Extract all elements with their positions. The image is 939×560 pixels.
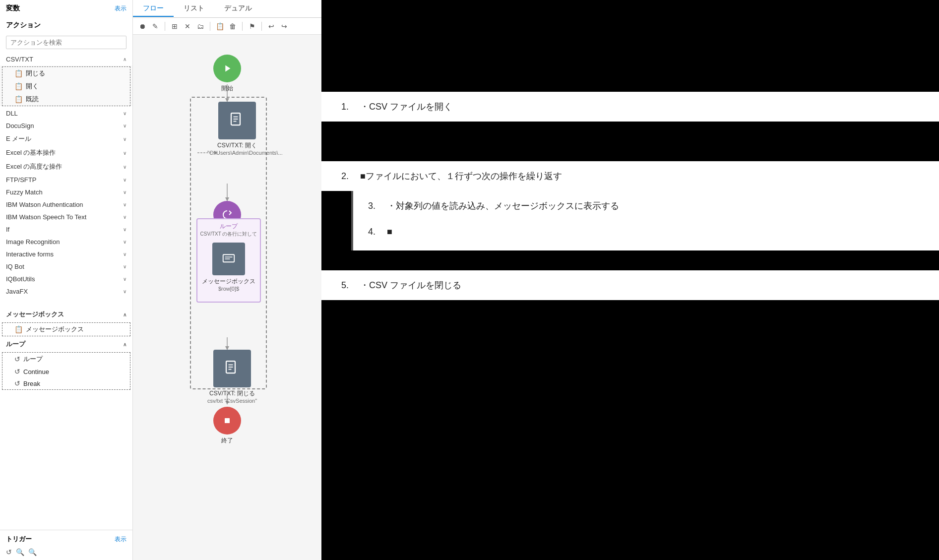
- instruction-4-row: 4. ■: [321, 221, 939, 250]
- instruction-3-row: 3. ・対象列の値を読み込み、メッセージボックスに表示する: [321, 191, 939, 221]
- action-break[interactable]: ↺ Break: [2, 377, 130, 389]
- msg-box-node: [212, 243, 245, 275]
- bottom-black: [321, 300, 939, 560]
- actions-header: アクション: [0, 17, 132, 34]
- category-excel-basic[interactable]: Excel の基本操作 ∨: [0, 146, 132, 160]
- chevron-down-icon: ∨: [123, 276, 126, 282]
- action-continue[interactable]: ↺ Continue: [2, 366, 130, 377]
- action-csv-open[interactable]: 📋 開く: [2, 80, 130, 93]
- trigger-show-link[interactable]: 表示: [115, 535, 126, 544]
- action-loop[interactable]: ↺ ループ: [2, 353, 130, 366]
- zoom-out-icon[interactable]: 🔍: [28, 548, 37, 556]
- msg-box-in-loop[interactable]: メッセージボックス $row[0]$: [197, 243, 260, 292]
- instruction-5-number: 5.: [341, 280, 358, 290]
- chevron-down-icon: ∨: [123, 177, 126, 183]
- instruction-3-number: 3.: [368, 201, 384, 211]
- tab-dual[interactable]: デュアル: [214, 1, 262, 17]
- flow-container: 開始 CSV/: [133, 45, 321, 466]
- toolbar-cut-icon[interactable]: ✕: [182, 21, 193, 32]
- toolbar-redo-icon[interactable]: ↪: [279, 21, 290, 32]
- flow-canvas: 開始 CSV/: [133, 35, 321, 560]
- loop-header[interactable]: ループ ∧: [0, 337, 132, 351]
- black-gap-2: [321, 250, 939, 270]
- chevron-up-icon: ∧: [123, 57, 126, 62]
- variables-header: 変数 表示: [0, 0, 132, 17]
- black-gap-1: [321, 122, 939, 161]
- csv-open-path: "C:\Users\Admin\Documents\...: [207, 150, 267, 156]
- csv-close-path: csv/txt "CsvSession": [207, 398, 257, 404]
- chevron-down-icon: ∨: [123, 136, 126, 142]
- file-icon: 📋: [14, 95, 23, 103]
- start-node[interactable]: 開始: [213, 55, 241, 93]
- toolbar-record-icon[interactable]: ⏺: [137, 21, 148, 32]
- break-icon: ↺: [14, 379, 20, 387]
- instruction-4: 4. ■: [353, 221, 939, 250]
- chevron-up-icon: ∧: [123, 342, 126, 347]
- instruction-4-number: 4.: [368, 227, 384, 237]
- toolbar-paste-icon[interactable]: 📋: [214, 21, 225, 32]
- category-fuzzy[interactable]: Fuzzy Match ∨: [0, 186, 132, 198]
- category-ibm-watson-speech[interactable]: IBM Watson Speech To Text ∨: [0, 211, 132, 223]
- category-iq-bot[interactable]: IQ Bot ∨: [0, 260, 132, 273]
- footer-icons: ↺ 🔍 🔍: [0, 546, 132, 558]
- chevron-down-icon: ∨: [123, 239, 126, 245]
- loop-section: ループ ∧ ↺ ループ ↺ Continue ↺: [0, 337, 132, 390]
- action-csv-read[interactable]: 📋 既読: [2, 93, 130, 106]
- instruction-1-text: ・CSV ファイルを開く: [360, 102, 452, 112]
- toolbar-separator: [165, 22, 165, 31]
- category-ftp[interactable]: FTP/SFTP ∨: [0, 174, 132, 186]
- loop-items: ↺ ループ ↺ Continue ↺ Break: [2, 352, 130, 390]
- variables-show-link[interactable]: 表示: [115, 4, 126, 13]
- chevron-down-icon: ∨: [123, 123, 126, 128]
- svg-marker-16: [225, 65, 230, 72]
- chevron-down-icon: ∨: [123, 264, 126, 269]
- csv-open-label: CSV/TXT: 開く: [217, 141, 257, 150]
- category-image-recognition[interactable]: Image Recognition ∨: [0, 236, 132, 248]
- csv-close-node[interactable]: CSV/TXT: 閉じる csv/txt "CsvSession": [207, 350, 257, 404]
- msg-box-label: メッセージボックス: [202, 277, 255, 286]
- toolbar-copy-icon[interactable]: ⊞: [169, 21, 180, 32]
- toolbar-edit-icon[interactable]: ✎: [150, 21, 161, 32]
- category-iqbot-utils[interactable]: IQBotUtils ∨: [0, 273, 132, 285]
- loop-label: ループ: [197, 222, 260, 231]
- zoom-in-icon[interactable]: 🔍: [16, 548, 24, 556]
- instruction-1: 1. ・CSV ファイルを開く: [321, 92, 939, 122]
- file-icon: 📋: [14, 69, 23, 77]
- loop-sublabel: CSV/TXT の各行に対して: [197, 231, 260, 238]
- category-csv-header[interactable]: CSV/TXT ∧: [0, 53, 132, 65]
- search-input[interactable]: [6, 36, 126, 49]
- message-box-items: 📋 メッセージボックス: [2, 322, 130, 336]
- chevron-up-icon: ∧: [123, 312, 126, 317]
- category-javafx[interactable]: JavaFX ∨: [0, 285, 132, 298]
- csv-close-label: CSV/TXT: 閉じる: [209, 389, 255, 398]
- message-box-section: メッセージボックス ∧ 📋 メッセージボックス: [0, 308, 132, 336]
- toolbar-undo-icon[interactable]: ↩: [266, 21, 277, 32]
- category-if[interactable]: If ∨: [0, 223, 132, 236]
- chevron-down-icon: ∨: [123, 189, 126, 195]
- category-email[interactable]: E メール ∨: [0, 132, 132, 146]
- category-docusign[interactable]: DocuSign ∨: [0, 120, 132, 132]
- loop-box: ループ CSV/TXT の各行に対して メッセージボ: [196, 218, 261, 303]
- trigger-section: トリガー 表示 ↺ 🔍 🔍: [0, 530, 132, 560]
- toolbar-delete-icon[interactable]: 🗑: [227, 21, 238, 32]
- csv-open-node[interactable]: CSV/TXT: 開く "C:\Users\Admin\Documents\..…: [207, 102, 267, 156]
- action-csv-close[interactable]: 📋 閉じる: [2, 67, 130, 80]
- tab-bar: フロー リスト デュアル: [133, 0, 321, 18]
- category-list: CSV/TXT ∧ 📋 閉じる 📋 開く 📋: [0, 53, 132, 530]
- end-node[interactable]: 終了: [213, 407, 241, 445]
- refresh-icon[interactable]: ↺: [6, 548, 12, 556]
- sidebar: 変数 表示 アクション CSV/TXT ∧: [0, 0, 133, 560]
- tab-list[interactable]: リスト: [174, 1, 214, 17]
- action-message-box[interactable]: 📋 メッセージボックス: [2, 323, 130, 336]
- category-dll[interactable]: DLL ∨: [0, 107, 132, 120]
- category-excel-advanced[interactable]: Excel の高度な操作 ∨: [0, 160, 132, 174]
- csv-items-group: 📋 閉じる 📋 開く 📋 既読: [2, 66, 130, 106]
- trigger-footer: トリガー 表示: [0, 532, 132, 546]
- tab-flow[interactable]: フロー: [133, 1, 174, 17]
- message-box-header[interactable]: メッセージボックス ∧: [0, 308, 132, 321]
- toolbar: ⏺ ✎ ⊞ ✕ 🗂 📋 🗑 ⚑ ↩ ↪: [133, 18, 321, 35]
- toolbar-flag-icon[interactable]: ⚑: [247, 21, 257, 32]
- category-ibm-watson-auth[interactable]: IBM Watson Authentication ∨: [0, 198, 132, 211]
- toolbar-folder-icon[interactable]: 🗂: [195, 21, 206, 32]
- category-interactive-forms[interactable]: Interactive forms ∨: [0, 248, 132, 260]
